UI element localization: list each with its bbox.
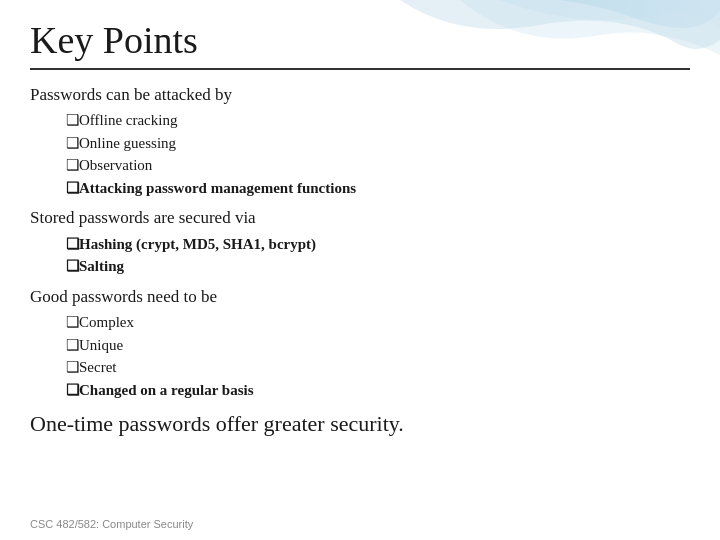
- list-item: ❑Changed on a regular basis: [30, 379, 690, 402]
- list-item: ❑Online guessing: [30, 132, 690, 155]
- list-item: ❑Unique: [30, 334, 690, 357]
- section-header-2: Stored passwords are secured via: [30, 205, 690, 231]
- section-header-4: One-time passwords offer greater securit…: [30, 407, 690, 441]
- page-title: Key Points: [30, 18, 690, 62]
- list-item: ❑Attacking password management functions: [30, 177, 690, 200]
- list-item: ❑Observation: [30, 154, 690, 177]
- section-need-to-be: Good passwords need to be ❑Complex ❑Uniq…: [30, 284, 690, 401]
- section-attacked-by: Passwords can be attacked by ❑Offline cr…: [30, 82, 690, 199]
- list-item: ❑Offline cracking: [30, 109, 690, 132]
- list-item: ❑Complex: [30, 311, 690, 334]
- section-secured-via: Stored passwords are secured via ❑Hashin…: [30, 205, 690, 277]
- main-content: Passwords can be attacked by ❑Offline cr…: [30, 82, 690, 441]
- section-header-3: Good passwords need to be: [30, 284, 690, 310]
- list-item: ❑Salting: [30, 255, 690, 278]
- list-item: ❑Secret: [30, 356, 690, 379]
- title-divider: [30, 68, 690, 70]
- section-one-time: One-time passwords offer greater securit…: [30, 407, 690, 441]
- section-header-1: Passwords can be attacked by: [30, 82, 690, 108]
- list-item: ❑Hashing (crypt, MD5, SHA1, bcrypt): [30, 233, 690, 256]
